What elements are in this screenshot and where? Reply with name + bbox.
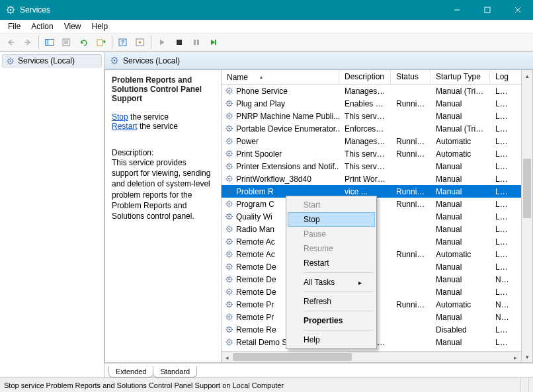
ctx-refresh[interactable]: Refresh <box>288 294 375 309</box>
menu-help[interactable]: Help <box>87 20 114 32</box>
stop-service-button[interactable] <box>171 34 187 50</box>
service-name: Phone Service <box>236 87 288 96</box>
col-status[interactable]: Status <box>391 70 430 84</box>
service-startup-type: Manual <box>430 200 490 209</box>
service-startup-type: Automatic <box>430 250 490 259</box>
svg-line-198 <box>231 268 231 269</box>
gear-icon <box>224 87 233 96</box>
service-startup-type: Manual (Trig... <box>430 124 490 134</box>
service-startup-type: Manual <box>430 187 490 196</box>
svg-line-200 <box>231 264 231 265</box>
service-row[interactable]: PowerManages p...RunningAutomaticLoc <box>222 135 521 147</box>
ctx-all-tasks[interactable]: All Tasks▸ <box>288 275 375 290</box>
menu-action[interactable]: Action <box>26 20 58 32</box>
service-logon: Loc <box>490 225 509 234</box>
svg-line-259 <box>226 344 227 344</box>
hscroll-right[interactable]: ▸ <box>510 352 521 363</box>
nav-back-button[interactable] <box>3 34 19 50</box>
close-button[interactable] <box>503 0 533 20</box>
svg-line-260 <box>231 340 231 340</box>
menu-view[interactable]: View <box>59 20 87 32</box>
svg-line-149 <box>226 206 227 206</box>
ctx-properties[interactable]: Properties <box>288 313 375 328</box>
export-list-button[interactable] <box>93 34 109 50</box>
pause-service-button[interactable] <box>188 34 204 50</box>
svg-line-187 <box>226 252 227 253</box>
context-menu: Start Stop Pause Resume Restart All Task… <box>286 196 377 349</box>
tree-item-services-local[interactable]: Services (Local) <box>2 54 102 67</box>
connect-button[interactable] <box>132 34 148 50</box>
svg-point-192 <box>228 266 229 267</box>
service-status: Running <box>391 300 430 309</box>
col-description[interactable]: Description <box>339 70 391 84</box>
svg-point-102 <box>228 153 229 154</box>
svg-point-122 <box>228 178 229 179</box>
stop-service-line: Stop the service <box>112 112 214 122</box>
svg-line-38 <box>12 63 13 63</box>
service-row[interactable]: PNRP Machine Name Publi...This service .… <box>222 110 521 122</box>
sort-asc-icon: ▴ <box>260 74 263 80</box>
toolbar-sep <box>38 36 39 49</box>
svg-line-190 <box>231 252 231 253</box>
svg-line-250 <box>231 327 231 328</box>
service-status: Running <box>391 187 430 196</box>
vscroll-down[interactable]: ▾ <box>522 351 533 362</box>
svg-line-217 <box>226 290 227 290</box>
menu-file[interactable]: File <box>3 20 26 32</box>
col-name[interactable]: Name▴ <box>222 70 339 84</box>
gear-icon <box>224 149 233 159</box>
svg-rect-11 <box>485 7 490 13</box>
col-startup-type[interactable]: Startup Type <box>430 70 490 84</box>
maximize-button[interactable] <box>472 0 503 20</box>
service-row[interactable]: PrintWorkflow_38d40Print Workfl...Manual… <box>222 173 521 185</box>
svg-line-8 <box>8 12 9 13</box>
tab-extended[interactable]: Extended <box>108 366 153 377</box>
help-button[interactable]: ? <box>115 34 131 50</box>
service-logon: Loc <box>490 288 509 297</box>
service-row[interactable]: Portable Device Enumerator...Enforces gr… <box>222 122 521 135</box>
service-desc: This service ... <box>339 112 391 121</box>
hscroll-left[interactable]: ◂ <box>222 352 233 363</box>
stop-service-link[interactable]: Stop <box>112 112 128 122</box>
service-row[interactable]: Printer Extensions and Notif...This serv… <box>222 160 521 173</box>
service-row[interactable]: Phone ServiceManages th...Manual (Trig..… <box>222 85 521 97</box>
vertical-scrollbar[interactable]: ▾ <box>521 85 532 362</box>
service-name: Remote De <box>236 262 276 272</box>
service-logon: Net <box>490 275 509 284</box>
refresh-button[interactable] <box>76 34 92 50</box>
service-logon: Loc <box>490 149 509 159</box>
svg-rect-22 <box>97 40 102 46</box>
vscroll-up[interactable]: ▴ <box>521 70 532 85</box>
horizontal-scrollbar[interactable]: ◂ ▸ <box>222 351 521 362</box>
description-label: Description: <box>112 148 214 157</box>
vscroll-thumb[interactable] <box>523 159 531 218</box>
tree-item-label: Services (Local) <box>18 56 75 65</box>
nav-forward-button[interactable] <box>20 34 36 50</box>
properties-button[interactable] <box>59 34 75 50</box>
svg-point-26 <box>139 41 142 44</box>
service-desc: Print Workfl... <box>339 175 391 184</box>
ctx-stop[interactable]: Stop <box>288 212 375 227</box>
restart-service-button[interactable] <box>206 34 222 50</box>
start-service-button[interactable] <box>154 34 170 50</box>
svg-line-110 <box>231 151 231 152</box>
service-row[interactable]: Print SpoolerThis service ...RunningAuto… <box>222 147 521 160</box>
ctx-help[interactable]: Help <box>288 333 375 347</box>
col-logon[interactable]: Log <box>490 70 509 84</box>
service-row[interactable]: Plug and PlayEnables a c...RunningManual… <box>222 97 521 110</box>
restart-service-link[interactable]: Restart <box>112 122 138 131</box>
tab-standard[interactable]: Standard <box>153 366 197 377</box>
minimize-button[interactable] <box>442 0 472 20</box>
svg-line-219 <box>226 294 227 294</box>
submenu-arrow-icon: ▸ <box>358 279 362 286</box>
svg-line-97 <box>226 139 227 139</box>
svg-line-67 <box>226 101 227 102</box>
svg-line-229 <box>226 306 227 307</box>
svg-line-50 <box>116 58 117 58</box>
hscroll-thumb[interactable] <box>233 353 352 361</box>
service-desc: This service ... <box>339 149 391 159</box>
ctx-restart[interactable]: Restart <box>288 256 375 270</box>
svg-line-128 <box>231 180 231 181</box>
show-hide-tree-button[interactable] <box>42 34 58 50</box>
svg-line-179 <box>226 243 227 244</box>
